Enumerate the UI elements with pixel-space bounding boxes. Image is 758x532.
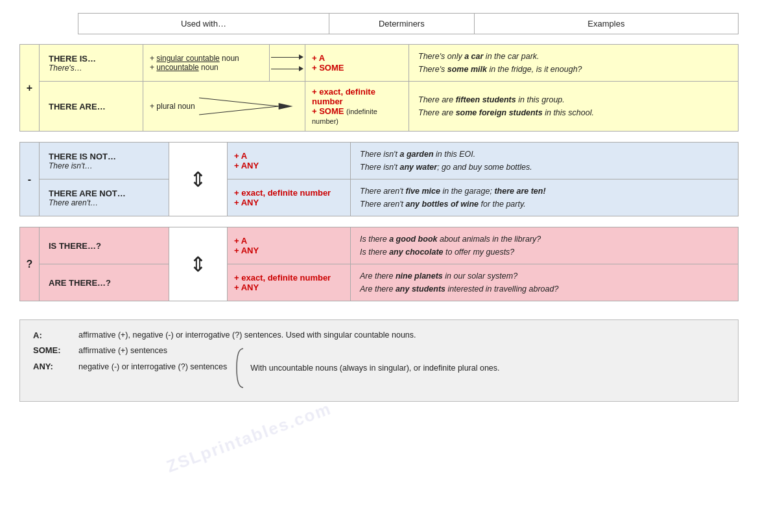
sign-question: ? <box>20 227 40 301</box>
header-determiners: Determiners <box>329 14 474 34</box>
det-is-there: + A + ANY <box>228 227 351 264</box>
double-arrow-q: ⇕ <box>169 227 228 301</box>
examples-is-not: There isn't a garden in this EOI. There … <box>351 143 738 179</box>
q-forms: IS THERE…? ARE THERE…? <box>40 227 169 301</box>
form-are-there: ARE THERE…? <box>40 264 169 301</box>
neg-forms: THERE IS NOT… There isn't… THERE ARE NOT… <box>40 143 169 216</box>
header-used-with: Used with… <box>78 14 329 34</box>
note-any-text: negative (-) or interrogative (?) senten… <box>78 362 227 371</box>
form-title-there-are: THERE ARE… <box>49 102 134 111</box>
form-is-there: IS THERE…? <box>40 227 169 264</box>
section-negative: - THERE IS NOT… There isn't… THERE ARE N… <box>19 142 739 216</box>
sign-minus: - <box>20 143 40 216</box>
det-are: + exact, definite number + SOME (indefin… <box>305 82 409 131</box>
form-sub-theres: There's… <box>49 64 134 73</box>
note-some-label: SOME: <box>33 345 78 355</box>
examples-is: There's only a car in the car park. Ther… <box>409 45 738 81</box>
examples-is-there: Is there a good book about animals in th… <box>351 227 738 264</box>
note-any-label: ANY: <box>33 362 78 371</box>
header-examples: Examples <box>474 14 738 34</box>
examples-are: There are fifteen students in this group… <box>409 82 738 131</box>
det-are-not: + exact, definite number + ANY <box>228 179 351 216</box>
brace-note-text: With uncountable nouns (always in singul… <box>250 364 499 373</box>
notes-section: A: affirmative (+), negative (-) or inte… <box>19 319 739 402</box>
form-there-is: THERE IS… There's… <box>40 45 143 81</box>
det-are-there: + exact, definite number + ANY <box>228 264 351 301</box>
used-with-is: + singular countable noun + uncountable … <box>143 45 270 81</box>
note-any-row: ANY: negative (-) or interrogative (?) s… <box>33 362 227 371</box>
used-with-are: + plural noun <box>143 82 305 131</box>
note-a-label: A: <box>33 330 78 340</box>
svg-line-0 <box>199 98 279 106</box>
section-interrogative: ? IS THERE…? ARE THERE…? ⇕ + A + ANY Is … <box>19 227 739 301</box>
double-arrow-neg: ⇕ <box>169 143 228 216</box>
det-is: + A + SOME <box>305 45 409 81</box>
note-a-row: A: affirmative (+), negative (-) or inte… <box>33 330 725 340</box>
form-there-is-not: THERE IS NOT… There isn't… <box>40 143 169 179</box>
examples-are-not: There aren't five mice in the garage; th… <box>351 179 738 216</box>
note-some-text: affirmative (+) sentences <box>78 346 167 355</box>
note-some-row: SOME: affirmative (+) sentences <box>33 345 227 355</box>
examples-are-there: Are there nine planets in our solar syst… <box>351 264 738 301</box>
header-table: Used with… Determiners Examples <box>78 13 739 34</box>
note-a-text: affirmative (+), negative (-) or interro… <box>78 330 416 340</box>
watermark: ZSLprintables.com <box>164 399 334 477</box>
sign-plus: + <box>20 45 40 131</box>
form-title-there-is: THERE IS… <box>49 54 134 64</box>
svg-line-1 <box>199 106 279 115</box>
svg-marker-2 <box>278 103 292 110</box>
section-affirmative: + THERE IS… There's… + singular countabl… <box>19 44 739 132</box>
form-there-are: THERE ARE… <box>40 82 143 131</box>
form-there-are-not: THERE ARE NOT… There aren't… <box>40 179 169 216</box>
det-is-not: + A + ANY <box>228 143 351 179</box>
arrows-is <box>270 45 305 81</box>
